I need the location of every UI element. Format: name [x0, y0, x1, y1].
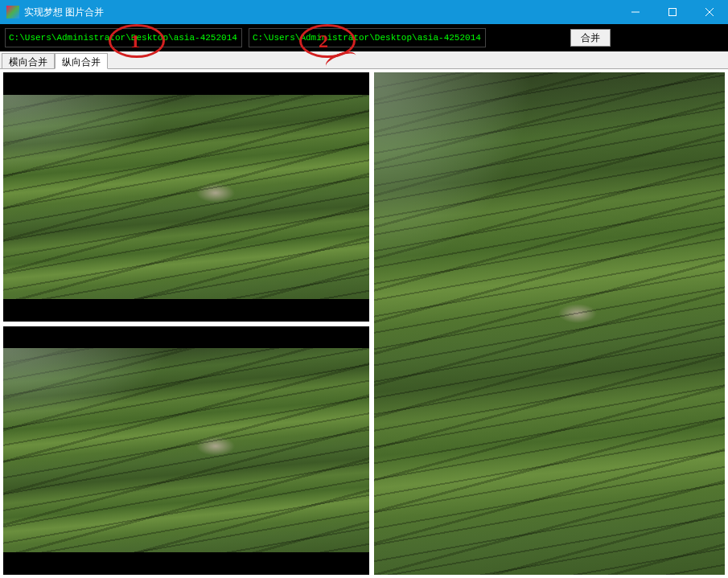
merged-image — [374, 72, 725, 575]
maximize-button[interactable] — [654, 0, 691, 24]
window-title: 实现梦想 图片合并 — [24, 6, 617, 19]
close-button[interactable] — [691, 0, 728, 24]
content-area — [0, 69, 728, 578]
merge-button[interactable]: 合并 — [570, 29, 611, 47]
path-input-1[interactable] — [5, 28, 242, 47]
source-image-2 — [3, 348, 369, 552]
tab-vertical-merge[interactable]: 纵向合并 — [55, 53, 108, 69]
tab-horizontal-merge[interactable]: 横向合并 — [2, 53, 55, 68]
maximize-icon — [668, 8, 677, 16]
tab-bar: 横向合并 纵向合并 — [0, 51, 728, 69]
image-pane-bottom-left — [3, 326, 369, 576]
source-image-1 — [3, 95, 369, 299]
svg-rect-1 — [669, 9, 677, 16]
minimize-button[interactable] — [617, 0, 654, 24]
minimize-icon — [631, 8, 640, 16]
titlebar: 实现梦想 图片合并 — [0, 0, 728, 24]
right-column — [374, 72, 725, 575]
toolbar: 合并 — [0, 24, 728, 51]
app-icon — [6, 6, 19, 18]
close-icon — [705, 8, 714, 16]
left-column — [3, 72, 369, 575]
image-pane-merged — [374, 72, 725, 575]
window-controls — [617, 0, 728, 24]
path-input-2[interactable] — [249, 28, 486, 47]
image-pane-top-left — [3, 72, 369, 322]
